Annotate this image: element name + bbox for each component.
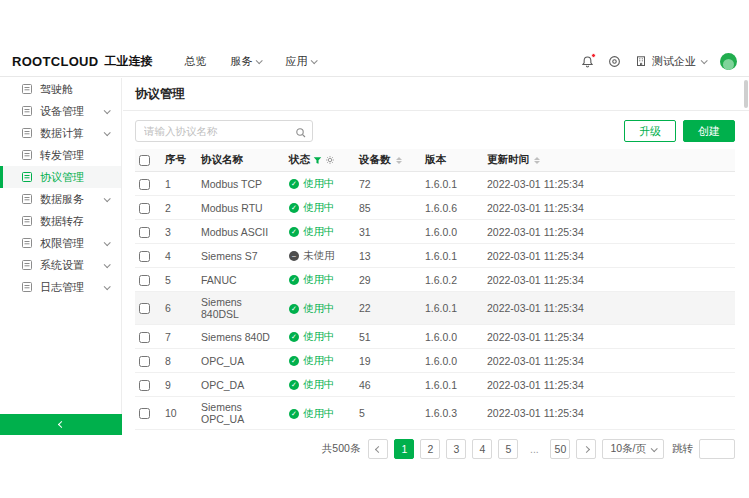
table-header-row: 序号 协议名称 状态 (135, 149, 735, 172)
column-settings-gear-icon[interactable] (325, 155, 335, 165)
row-index: 3 (161, 220, 197, 244)
table-row: 9 OPC_DA 使用中 46 1.6.0.1 2022-03-01 11:25… (135, 373, 735, 397)
header-name: 协议名称 (197, 149, 285, 172)
sidebar-item[interactable]: 数据服务 (0, 188, 121, 210)
row-checkbox[interactable] (139, 303, 150, 314)
update-time: 2022-03-01 11:25:34 (483, 244, 735, 268)
status-cell: 使用中 (285, 373, 355, 397)
nav-item[interactable]: 服务 (220, 46, 271, 76)
user-avatar[interactable] (720, 53, 737, 70)
update-time: 2022-03-01 11:25:34 (483, 397, 735, 430)
upgrade-button[interactable]: 升级 (624, 120, 676, 142)
status-badge: 使用中 (289, 225, 335, 239)
page-button[interactable]: 50 (550, 439, 570, 459)
create-button[interactable]: 创建 (683, 120, 735, 142)
page-button[interactable]: 2 (420, 439, 440, 459)
protocol-name: Siemens OPC_UA (197, 397, 285, 430)
device-count: 5 (355, 397, 421, 430)
status-label: 未使用 (303, 249, 335, 263)
chevron-left-icon (375, 445, 382, 452)
protocol-name: Siemens 840DSL (197, 292, 285, 325)
sidebar-item[interactable]: 数据计算 (0, 122, 121, 144)
jump-page-input[interactable] (699, 439, 735, 459)
device-count: 51 (355, 325, 421, 349)
chevron-down-icon (104, 283, 111, 290)
row-checkbox[interactable] (139, 275, 150, 286)
sidebar-item[interactable]: 数据转存 (0, 210, 121, 232)
row-index: 2 (161, 196, 197, 220)
row-checkbox[interactable] (139, 380, 150, 391)
table-row: 6 Siemens 840DSL 使用中 22 1.6.0.1 2022-03-… (135, 292, 735, 325)
sidebar-item[interactable]: 权限管理 (0, 232, 121, 254)
nav-item[interactable]: 应用 (275, 46, 326, 76)
nav-item[interactable]: 总览 (174, 46, 216, 76)
update-time: 2022-03-01 11:25:34 (483, 373, 735, 397)
page-size-value: 10条/页 (610, 442, 646, 456)
page-size-select[interactable]: 10条/页 (602, 439, 664, 459)
sidebar-item[interactable]: 系统设置 (0, 254, 121, 276)
page-button[interactable]: 1 (394, 439, 414, 459)
sort-toggle[interactable] (534, 157, 540, 164)
row-checkbox[interactable] (139, 251, 150, 262)
sidebar-item-icon (21, 105, 33, 117)
sidebar-item[interactable]: 驾驶舱 (0, 78, 121, 100)
divider (123, 110, 749, 111)
device-count: 31 (355, 220, 421, 244)
next-page-button[interactable] (576, 439, 596, 459)
prev-page-button[interactable] (368, 439, 388, 459)
row-index: 6 (161, 292, 197, 325)
page: ROOTCLOUD 工业连接 总览 服务 应用 (0, 0, 749, 498)
sidebar-item[interactable]: 设备管理 (0, 100, 121, 122)
row-checkbox[interactable] (139, 332, 150, 343)
row-checkbox[interactable] (139, 227, 150, 238)
status-badge: 未使用 (289, 249, 335, 263)
table-row: 7 Siemens 840D 使用中 51 1.6.0.0 2022-03-01… (135, 325, 735, 349)
total-count: 共500条 (322, 442, 361, 456)
row-checkbox[interactable] (139, 356, 150, 367)
sidebar-item-label: 驾驶舱 (40, 82, 73, 97)
row-checkbox[interactable] (139, 203, 150, 214)
status-badge: 使用中 (289, 330, 335, 344)
filter-funnel-icon[interactable] (313, 156, 322, 165)
header-version: 版本 (421, 149, 483, 172)
page-button: ... (524, 439, 544, 459)
row-checkbox[interactable] (139, 179, 150, 190)
scrollbar-thumb[interactable] (744, 80, 748, 108)
main-nav: 总览 服务 应用 (174, 46, 326, 76)
sidebar-item[interactable]: 日志管理 (0, 276, 121, 298)
status-badge: 使用中 (289, 302, 335, 316)
page-button[interactable]: 5 (498, 439, 518, 459)
main-content: 协议管理 升级 创建 (123, 78, 749, 435)
sidebar-item-label: 数据服务 (40, 192, 84, 207)
update-time: 2022-03-01 11:25:34 (483, 172, 735, 196)
row-checkbox[interactable] (139, 408, 150, 419)
header-label: 版本 (425, 153, 446, 167)
search-input[interactable] (135, 120, 313, 142)
status-dot-icon (289, 409, 299, 419)
row-checkbox-cell (135, 172, 161, 196)
search-icon[interactable] (295, 125, 307, 143)
table-row: 4 Siemens S7 未使用 13 1.6.0.1 2022-03-01 1… (135, 244, 735, 268)
notification-bell-icon[interactable] (581, 55, 594, 68)
chevron-down-icon (104, 107, 111, 114)
select-all-checkbox[interactable] (139, 155, 150, 166)
version: 1.6.0.6 (421, 196, 483, 220)
company-selector[interactable]: 测试企业 (635, 54, 706, 69)
page-button[interactable]: 4 (472, 439, 492, 459)
row-checkbox-cell (135, 397, 161, 430)
notification-badge (591, 53, 596, 58)
page-button[interactable]: 3 (446, 439, 466, 459)
sidebar-item[interactable]: 转发管理 (0, 144, 121, 166)
sidebar-item-label: 设备管理 (40, 104, 84, 119)
gear-icon[interactable] (608, 55, 621, 68)
header-devices: 设备数 (355, 149, 421, 172)
chevron-down-icon (104, 129, 111, 136)
sidebar-collapse-button[interactable] (0, 414, 122, 435)
device-count: 22 (355, 292, 421, 325)
status-dot-icon (289, 275, 299, 285)
status-label: 使用中 (303, 177, 335, 191)
sidebar-item[interactable]: 协议管理 (0, 166, 121, 188)
sort-toggle[interactable] (396, 157, 402, 164)
header-label: 设备数 (359, 153, 391, 167)
status-cell: 使用中 (285, 325, 355, 349)
